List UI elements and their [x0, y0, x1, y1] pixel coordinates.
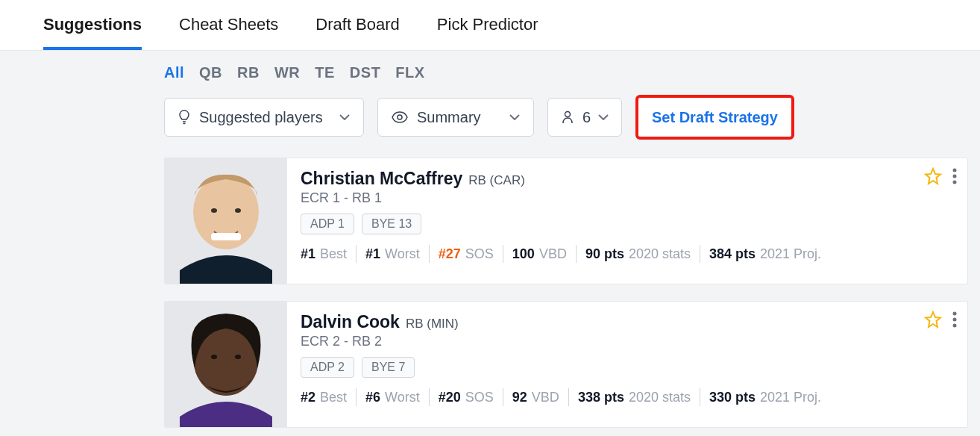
svg-point-3 — [565, 112, 571, 117]
player-name: Christian McCaffrey — [301, 169, 462, 189]
lightbulb-icon — [178, 110, 190, 125]
vbd-value: 92 — [512, 390, 527, 405]
position-tab-all[interactable]: All — [164, 64, 184, 81]
svg-point-6 — [211, 208, 217, 213]
worst-value: #1 — [365, 246, 380, 262]
sos-value: #27 — [439, 246, 461, 262]
summary-dropdown[interactable]: Summary — [377, 98, 534, 137]
sos-label: SOS — [465, 246, 494, 262]
top-tabs: Suggestions Cheat Sheets Draft Board Pic… — [0, 0, 980, 51]
worst-value: #6 — [365, 390, 380, 405]
more-icon[interactable] — [952, 168, 957, 184]
best-value: #2 — [301, 390, 315, 405]
chevron-down-icon — [598, 114, 609, 120]
ecr-line: ECR 1 - RB 1 — [301, 190, 954, 206]
sos-value: #20 — [439, 390, 461, 405]
prev-pts: 338 pts — [578, 390, 624, 405]
svg-point-12 — [953, 181, 957, 184]
svg-point-10 — [953, 169, 957, 172]
suggested-players-label: Suggested players — [199, 109, 323, 126]
tab-pick-predictor[interactable]: Pick Predictor — [437, 15, 538, 50]
proj-pts: 330 pts — [709, 390, 756, 405]
summary-label: Summary — [417, 109, 481, 126]
chevron-down-icon — [509, 114, 520, 120]
vbd-label: VBD — [532, 390, 559, 405]
proj-label: 2021 Proj. — [760, 246, 821, 262]
best-value: #1 — [301, 246, 315, 262]
ecr-line: ECR 2 - RB 2 — [301, 334, 954, 349]
position-tabs: All QB RB WR TE DST FLX — [164, 64, 968, 81]
tab-draft-board[interactable]: Draft Board — [315, 15, 400, 50]
suggested-players-dropdown[interactable]: Suggested players — [164, 98, 364, 137]
svg-point-2 — [398, 115, 402, 119]
stat-row: #2Best #6Worst #20SOS 92VBD 338 pts2020 … — [301, 388, 954, 406]
adp-badge: ADP 2 — [301, 357, 354, 378]
player-photo — [165, 158, 287, 284]
tab-cheat-sheets[interactable]: Cheat Sheets — [179, 15, 278, 50]
sos-label: SOS — [465, 390, 494, 405]
eye-icon — [392, 111, 408, 123]
player-position: RB (MIN) — [406, 317, 459, 331]
proj-pts: 384 pts — [709, 246, 756, 262]
svg-rect-8 — [211, 233, 241, 240]
svg-point-7 — [235, 208, 241, 213]
star-icon[interactable] — [924, 167, 942, 185]
controls-row: Suggested players Summary — [164, 95, 968, 140]
best-label: Best — [320, 246, 347, 262]
star-icon[interactable] — [924, 311, 942, 328]
stat-row: #1Best #1Worst #27SOS 100VBD 90 pts2020 … — [301, 245, 954, 263]
svg-point-17 — [953, 312, 957, 316]
player-card: Dalvin Cook RB (MIN) ECR 2 - RB 2 ADP 2 … — [164, 301, 968, 428]
count-dropdown[interactable]: 6 — [547, 98, 622, 137]
prev-label: 2020 stats — [629, 390, 691, 405]
player-name: Dalvin Cook — [301, 312, 400, 332]
position-tab-dst[interactable]: DST — [350, 64, 381, 81]
proj-label: 2021 Proj. — [760, 390, 821, 405]
svg-point-11 — [953, 175, 957, 178]
bye-badge: BYE 13 — [362, 214, 421, 234]
content-area: All QB RB WR TE DST FLX Suggested player… — [0, 51, 980, 436]
adp-badge: ADP 1 — [301, 214, 354, 234]
svg-point-18 — [953, 318, 957, 322]
svg-point-15 — [211, 355, 217, 359]
chevron-down-icon — [339, 114, 350, 120]
person-icon — [562, 110, 574, 124]
vbd-value: 100 — [512, 246, 535, 262]
worst-label: Worst — [385, 390, 420, 405]
bye-badge: BYE 7 — [362, 357, 415, 378]
position-tab-te[interactable]: TE — [315, 64, 335, 81]
best-label: Best — [320, 390, 347, 405]
tab-suggestions[interactable]: Suggestions — [43, 15, 142, 50]
position-tab-qb[interactable]: QB — [199, 64, 222, 81]
svg-point-16 — [235, 355, 241, 359]
position-tab-flx[interactable]: FLX — [395, 64, 424, 81]
player-card: Christian McCaffrey RB (CAR) ECR 1 - RB … — [164, 158, 968, 284]
worst-label: Worst — [385, 246, 420, 262]
vbd-label: VBD — [539, 246, 567, 262]
player-photo — [165, 302, 287, 428]
prev-pts: 90 pts — [585, 246, 624, 262]
set-draft-strategy-button[interactable]: Set Draft Strategy — [635, 95, 794, 140]
player-position: RB (CAR) — [468, 173, 525, 188]
svg-point-19 — [953, 324, 957, 328]
prev-label: 2020 stats — [629, 246, 691, 262]
more-icon[interactable] — [952, 311, 957, 328]
count-value: 6 — [582, 109, 591, 126]
position-tab-wr[interactable]: WR — [274, 64, 300, 81]
position-tab-rb[interactable]: RB — [237, 64, 260, 81]
